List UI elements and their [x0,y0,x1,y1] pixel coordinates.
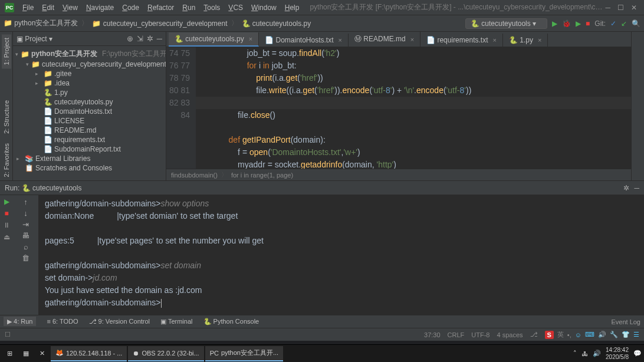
tray-network-icon[interactable]: 🖧 [581,350,588,357]
maximize-icon[interactable]: ☐ [617,4,624,12]
ime-smiley-icon[interactable]: ☺ [575,331,581,338]
bottom-tab[interactable]: ▣ Terminal [160,318,192,325]
menu-refactor[interactable]: Refactor [144,2,178,13]
down-icon[interactable]: ↓ [24,209,28,218]
console-output[interactable]: gathering/domain-subdomains>show options… [39,195,644,315]
indent-setting[interactable]: 4 spaces [497,331,523,338]
taskbar-item[interactable]: ▦ [18,346,34,361]
settings-icon[interactable]: ✲ [623,184,629,192]
tree-item[interactable]: 📄README.md [13,126,166,135]
taskbar-item[interactable]: 🦊120.52.148.118 - ... [51,346,127,361]
ime-punct-icon[interactable]: •, [567,331,571,338]
close-tab-icon[interactable]: × [538,37,541,44]
menu-vcs[interactable]: VCS [225,2,247,13]
tree-item[interactable]: ▸📁.gitee [13,69,166,78]
taskbar-clock[interactable]: 14:28:422020/5/8 [606,347,629,361]
ime-lang[interactable]: 英 [557,330,564,339]
editor-tab[interactable]: 📄 requirements.txt× [420,34,503,47]
git-commit-icon[interactable]: ↙ [621,19,627,28]
tree-item[interactable]: ▸📁.idea [13,78,166,88]
stop-run-icon[interactable]: ■ [4,209,8,218]
wrap-icon[interactable]: ⇥ [22,220,29,229]
git-update-icon[interactable]: ✓ [610,19,616,28]
menu-run[interactable]: Run [179,2,199,13]
ime-tool-icon[interactable]: 🔧 [610,331,618,338]
taskbar-item[interactable]: ✕ [35,346,50,361]
close-icon[interactable]: ✕ [631,4,637,12]
tab-favorites[interactable]: 2: Favorites [2,140,11,180]
minimize-icon[interactable]: ─ [605,4,610,12]
tree-item[interactable]: 🐍1.py [13,88,166,97]
tab-project[interactable]: 1: Project [2,34,11,68]
project-tree[interactable]: ▾📁python安全工具开发F:\python安全工具开发▾📁cutecutey… [13,46,166,180]
status-message-icon[interactable]: ☐ [5,331,11,338]
menu-file[interactable]: File [19,2,37,13]
file-encoding[interactable]: UTF-8 [471,331,489,338]
minimize-run-icon[interactable]: ─ [634,184,639,192]
trash-icon[interactable]: 🗑 [22,254,29,262]
tree-item[interactable]: 📄SubdomainReport.txt [13,144,166,154]
menu-tools[interactable]: Tools [200,2,224,13]
menu-code[interactable]: Code [119,2,143,13]
notification-icon[interactable]: 💬 [633,350,642,357]
ime-indicator[interactable]: S [545,331,554,339]
gear-icon[interactable]: ✲ [147,34,153,43]
close-tab-icon[interactable]: × [249,35,252,42]
ime-keyboard-icon[interactable]: ⌨ [585,331,594,338]
debug-icon[interactable]: 🐞 [562,19,571,28]
filter-icon[interactable]: ⌕ [24,242,28,251]
pause-icon[interactable]: ⏸ [3,221,10,229]
tree-item[interactable]: 🐍cutecuteyutools.py [13,97,166,107]
git-branch-icon[interactable]: ⎇ [530,331,538,338]
taskbar-item[interactable]: ⏺OBS 22.0.2 (32-bi... [128,346,203,361]
editor-tab[interactable]: 🐍 cutecuteyutools.py× [169,32,259,47]
code-editor[interactable]: 74 75 76 77 78 79 80 81 82 83 84 job_bt … [166,47,631,169]
line-separator[interactable]: CRLF [448,331,465,338]
tree-item[interactable]: 📄LICENSE [13,116,166,126]
stop-icon[interactable]: ■ [586,19,590,28]
bottom-tab[interactable]: ▶ 4: Run [4,317,36,326]
menu-window[interactable]: Window [248,2,280,13]
menu-view[interactable]: View [59,2,81,13]
editor-tab[interactable]: 🐍 1.py× [503,34,548,47]
menu-edit[interactable]: Edit [38,2,58,13]
search-icon[interactable]: 🔍 [632,19,640,28]
collapse-icon[interactable]: ⇲ [137,34,143,43]
run-menu-icon[interactable]: ▶ [576,19,581,28]
tab-structure[interactable]: 2: Structure [2,97,11,137]
rerun-icon[interactable]: ▶ [4,198,9,206]
taskbar-item[interactable]: ⊞ [2,346,17,361]
tree-item[interactable]: ▸📚External Libraries [13,154,166,163]
event-log[interactable]: Event Log [611,318,640,325]
bottom-tab[interactable]: ⎇ 9: Version Control [89,318,150,325]
tray-volume-icon[interactable]: 🔊 [593,350,601,357]
bottom-tab[interactable]: ≡ 6: TODO [47,318,78,325]
breadcrumb-item[interactable]: 📁 cutecuteyu_cybersecurity_development [92,19,227,28]
tree-item[interactable]: 📋Scratches and Consoles [13,163,166,173]
hide-icon[interactable]: ─ [157,34,162,43]
target-icon[interactable]: ⊕ [127,34,133,43]
breadcrumb-item[interactable]: 📁 python安全工具开发 [4,18,78,28]
exit-icon[interactable]: ⏏ [4,233,10,241]
breadcrumb-item[interactable]: 🐍 cutecuteyutools.py [242,19,311,28]
ime-shirt-icon[interactable]: 👕 [622,331,630,338]
menu-help[interactable]: Help [281,2,303,13]
tree-item[interactable]: 📄DomaintoHosts.txt [13,107,166,116]
editor-tab[interactable]: 📄 DomaintoHosts.txt× [259,34,349,47]
tree-root[interactable]: ▾📁python安全工具开发F:\python安全工具开发 [13,48,166,60]
bottom-tab[interactable]: 🐍 Python Console [203,318,259,325]
editor-tab[interactable]: Ⓜ README.md× [349,32,420,47]
run-config-selector[interactable]: 🐍 cutecuteyutools ▾ [465,18,547,29]
ime-menu-icon[interactable]: ☰ [633,331,639,338]
code-text[interactable]: job_bt = soup.findAll('h2') for i in job… [196,47,631,169]
ime-speaker-icon[interactable]: 🔊 [598,331,606,338]
taskbar-item[interactable]: PCpython安全工具开... [205,346,283,361]
close-tab-icon[interactable]: × [492,37,496,44]
tree-item[interactable]: 📄requirements.txt [13,135,166,144]
run-icon[interactable]: ▶ [552,19,557,28]
close-tab-icon[interactable]: × [410,36,414,43]
tree-item[interactable]: ▾📁cutecuteyu_cybersecurity_development [13,60,166,69]
close-tab-icon[interactable]: × [339,37,342,44]
print-icon[interactable]: 🖶 [22,231,29,240]
tray-arrow-icon[interactable]: ˄ [573,350,577,357]
